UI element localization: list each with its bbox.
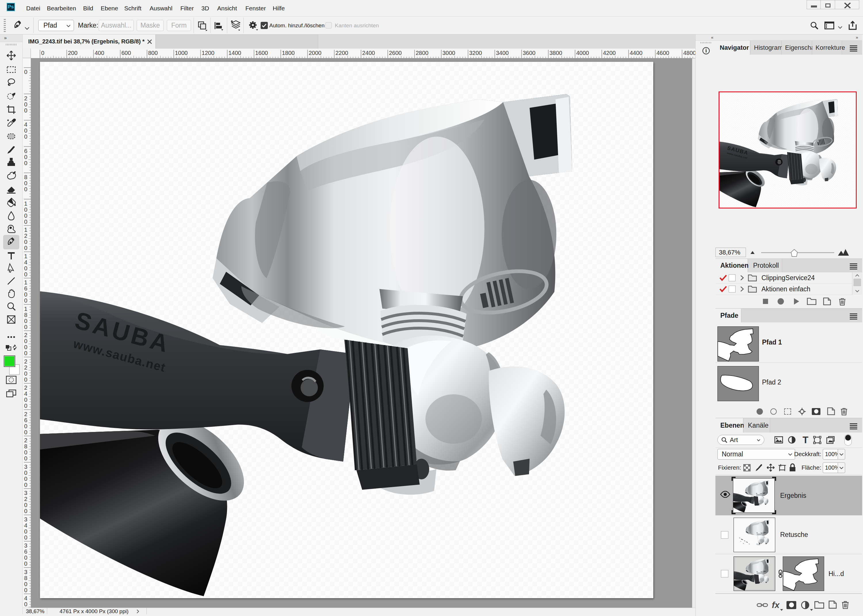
- svg-text:2: 2: [24, 411, 27, 417]
- svg-text:4: 4: [24, 522, 27, 529]
- svg-text:1200: 1200: [202, 50, 215, 56]
- svg-text:1: 1: [24, 200, 27, 207]
- svg-text:0: 0: [24, 601, 27, 607]
- svg-text:0: 0: [24, 344, 27, 350]
- svg-text:2600: 2600: [389, 50, 402, 56]
- svg-text:0: 0: [24, 318, 27, 324]
- svg-text:800: 800: [148, 50, 158, 56]
- svg-text:1: 1: [24, 279, 27, 286]
- svg-text:200: 200: [68, 50, 77, 56]
- svg-text:3000: 3000: [442, 50, 455, 56]
- svg-text:3: 3: [24, 464, 27, 470]
- svg-text:6: 6: [24, 285, 27, 292]
- svg-text:0: 0: [24, 429, 27, 435]
- svg-text:1800: 1800: [282, 50, 295, 56]
- svg-text:2: 2: [24, 496, 27, 502]
- svg-text:4: 4: [24, 121, 27, 128]
- svg-text:2: 2: [24, 385, 27, 391]
- svg-text:0: 0: [24, 502, 27, 508]
- svg-text:0: 0: [24, 555, 27, 561]
- svg-text:0: 0: [24, 134, 27, 140]
- svg-text:0: 0: [24, 449, 27, 456]
- svg-text:0: 0: [24, 265, 27, 272]
- svg-text:4000: 4000: [576, 50, 589, 56]
- svg-text:0: 0: [24, 587, 27, 593]
- svg-text:2200: 2200: [335, 50, 348, 56]
- svg-text:600: 600: [121, 50, 131, 56]
- svg-text:0: 0: [24, 476, 27, 482]
- svg-text:1: 1: [24, 226, 27, 233]
- svg-text:0: 0: [24, 297, 27, 304]
- svg-text:8: 8: [24, 312, 27, 318]
- svg-text:2: 2: [24, 358, 27, 365]
- svg-text:0: 0: [24, 482, 27, 488]
- svg-text:0: 0: [24, 239, 27, 245]
- svg-text:3: 3: [24, 542, 27, 549]
- svg-text:0: 0: [24, 338, 27, 344]
- svg-text:3400: 3400: [496, 50, 509, 56]
- svg-text:2800: 2800: [416, 50, 429, 56]
- svg-text:0: 0: [24, 160, 27, 166]
- svg-text:0: 0: [24, 154, 27, 160]
- svg-text:0: 0: [24, 291, 27, 298]
- svg-text:0: 0: [24, 69, 27, 75]
- svg-text:0: 0: [24, 350, 27, 356]
- svg-text:1: 1: [24, 253, 27, 259]
- svg-text:0: 0: [24, 397, 27, 403]
- svg-text:4600: 4600: [657, 50, 670, 56]
- svg-text:4800: 4800: [683, 50, 695, 56]
- svg-text:0: 0: [24, 127, 27, 134]
- svg-text:0: 0: [24, 218, 27, 225]
- svg-text:0: 0: [24, 371, 27, 377]
- svg-text:1000: 1000: [175, 50, 188, 56]
- svg-text:2: 2: [24, 332, 27, 338]
- svg-text:2400: 2400: [362, 50, 375, 56]
- svg-text:0: 0: [24, 470, 27, 476]
- svg-text:0: 0: [24, 206, 27, 213]
- svg-text:8: 8: [24, 575, 27, 581]
- svg-text:0: 0: [41, 50, 44, 56]
- svg-text:4400: 4400: [630, 50, 643, 56]
- svg-text:2: 2: [24, 365, 27, 371]
- svg-text:8: 8: [24, 443, 27, 449]
- svg-text:0: 0: [24, 271, 27, 278]
- svg-text:0: 0: [24, 186, 27, 192]
- svg-text:0: 0: [24, 324, 27, 330]
- svg-text:6: 6: [24, 548, 27, 555]
- svg-text:3: 3: [24, 490, 27, 496]
- svg-text:3600: 3600: [523, 50, 536, 56]
- svg-text:0: 0: [24, 107, 27, 113]
- svg-text:0: 0: [24, 423, 27, 429]
- svg-text:3: 3: [24, 516, 27, 523]
- svg-text:3200: 3200: [469, 50, 482, 56]
- svg-text:0: 0: [24, 245, 27, 251]
- svg-text:2: 2: [24, 233, 27, 239]
- svg-text:0: 0: [24, 212, 27, 219]
- svg-text:1600: 1600: [255, 50, 268, 56]
- svg-text:0: 0: [24, 402, 27, 409]
- svg-text:0: 0: [24, 528, 27, 534]
- svg-text:0: 0: [24, 455, 27, 462]
- svg-text:6: 6: [24, 148, 27, 154]
- svg-text:8: 8: [24, 174, 27, 180]
- svg-text:3800: 3800: [549, 50, 563, 56]
- svg-text:2: 2: [24, 95, 27, 102]
- svg-text:400: 400: [94, 50, 104, 56]
- svg-text:1400: 1400: [228, 50, 241, 56]
- svg-text:2000: 2000: [309, 50, 322, 56]
- svg-text:2: 2: [24, 437, 27, 443]
- svg-text:4200: 4200: [603, 50, 616, 56]
- svg-text:6: 6: [24, 417, 27, 423]
- svg-text:0: 0: [24, 180, 27, 186]
- svg-text:3: 3: [24, 569, 27, 575]
- svg-text:4: 4: [24, 259, 27, 266]
- svg-text:0: 0: [24, 508, 27, 514]
- svg-text:0: 0: [24, 561, 27, 567]
- svg-text:0: 0: [24, 534, 27, 541]
- svg-text:1: 1: [24, 306, 27, 312]
- svg-text:0: 0: [24, 376, 27, 383]
- svg-text:0: 0: [24, 101, 27, 108]
- svg-text:0: 0: [24, 581, 27, 587]
- svg-text:4: 4: [24, 595, 27, 601]
- svg-text:4: 4: [24, 391, 27, 397]
